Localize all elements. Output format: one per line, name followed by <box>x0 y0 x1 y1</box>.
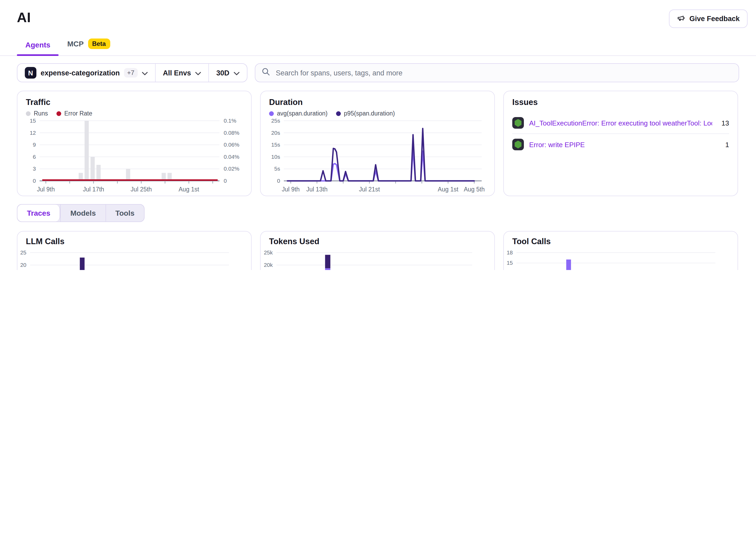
tab-models[interactable]: Models <box>61 204 105 221</box>
env-filter-dropdown[interactable]: All Envs <box>155 64 209 82</box>
svg-text:0: 0 <box>224 178 227 184</box>
svg-text:25: 25 <box>20 249 26 255</box>
svg-text:0: 0 <box>33 178 36 184</box>
svg-text:Jul 17th: Jul 17th <box>83 186 104 193</box>
svg-text:18: 18 <box>507 249 513 255</box>
error-rate-dot-icon <box>57 111 61 116</box>
svg-text:Aug 5th: Aug 5th <box>464 186 485 193</box>
tool-calls-title: Tool Calls <box>504 237 737 246</box>
filter-group: N expense-categorization +7 All Envs 30D <box>17 63 247 82</box>
svg-text:20: 20 <box>20 262 26 268</box>
svg-text:15: 15 <box>507 260 513 266</box>
duration-title: Duration <box>269 97 486 107</box>
legend-p95-duration: p95(span.duration) <box>336 110 395 116</box>
svg-text:12: 12 <box>30 130 36 136</box>
give-feedback-label: Give Feedback <box>689 15 740 23</box>
search-icon <box>262 68 270 78</box>
issue-gem-icon <box>512 139 524 150</box>
llm-calls-title: LLM Calls <box>17 237 251 246</box>
chevron-down-icon <box>195 69 201 77</box>
svg-text:Aug 1st: Aug 1st <box>179 186 200 193</box>
tab-mcp-label: MCP <box>67 40 83 48</box>
svg-text:25s: 25s <box>271 118 280 124</box>
page-title: AI <box>17 10 31 26</box>
issues-title: Issues <box>512 97 729 107</box>
svg-text:5s: 5s <box>274 166 280 172</box>
issue-row[interactable]: Error: write EPIPE 1 <box>512 133 729 155</box>
tab-agents-label: Agents <box>25 41 50 49</box>
project-filter-label: expense-categorization <box>41 69 120 77</box>
search-input[interactable] <box>275 68 732 77</box>
traffic-legend: Runs Error Rate <box>26 110 243 116</box>
duration-chart: 05s10s15s20s25sJul 9thJul 13thJul 21stAu… <box>269 118 487 195</box>
tab-mcp[interactable]: MCP Beta <box>59 35 118 56</box>
issue-row[interactable]: AI_ToolExecutionError: Error executing t… <box>512 112 729 133</box>
duration-card: Duration avg(span.duration) p95(span.dur… <box>260 91 495 196</box>
tokens-used-chart: 05k10k15k20k25kJul 9thJul 13thJul 21stAu… <box>261 249 479 270</box>
issues-card: Issues AI_ToolExecutionError: Error exec… <box>503 91 738 196</box>
issue-count: 1 <box>725 141 729 148</box>
runs-dot-icon <box>26 111 31 116</box>
legend-error-rate: Error Rate <box>57 110 92 116</box>
overview-cards: Traffic Runs Error Rate 0030.02%60.04%90… <box>0 91 756 196</box>
issue-count: 13 <box>721 119 729 127</box>
project-logo-icon: N <box>25 67 36 78</box>
llm-calls-card: LLM Calls 0510152025Jul 9thJul 13thJul 2… <box>17 231 252 270</box>
top-bar: AI Give Feedback <box>0 0 756 28</box>
project-extra-badge: +7 <box>124 68 137 77</box>
avg-dot-icon <box>269 111 274 116</box>
tokens-used-card: Tokens Used 05k10k15k20k25kJul 9thJul 13… <box>260 231 495 270</box>
beta-badge: Beta <box>88 39 110 49</box>
svg-text:Jul 9th: Jul 9th <box>37 186 55 193</box>
svg-text:10s: 10s <box>271 154 280 160</box>
traffic-card: Traffic Runs Error Rate 0030.02%60.04%90… <box>17 91 252 196</box>
duration-legend: avg(span.duration) p95(span.duration) <box>269 110 486 116</box>
svg-text:0.1%: 0.1% <box>224 118 236 124</box>
project-filter-dropdown[interactable]: N expense-categorization +7 <box>17 64 155 82</box>
svg-text:Jul 13th: Jul 13th <box>306 186 328 193</box>
ai-dashboard-page: AI Give Feedback Agents MCP Beta N expen… <box>0 0 756 270</box>
issue-link[interactable]: Error: write EPIPE <box>529 141 716 148</box>
time-range-label: 30D <box>216 69 229 77</box>
svg-text:Jul 21st: Jul 21st <box>359 186 380 193</box>
megaphone-icon <box>677 14 685 24</box>
tab-traces[interactable]: Traces <box>17 204 61 221</box>
traffic-title: Traffic <box>26 97 243 107</box>
env-filter-label: All Envs <box>163 69 191 77</box>
svg-text:Aug 1st: Aug 1st <box>438 186 459 193</box>
svg-text:6: 6 <box>33 154 36 160</box>
section-tabs: Traces Models Tools <box>17 204 145 222</box>
chevron-down-icon <box>142 69 147 77</box>
traffic-chart: 0030.02%60.04%90.06%120.08%150.1%Jul 9th… <box>26 118 244 195</box>
tab-tools[interactable]: Tools <box>105 204 144 221</box>
svg-text:Jul 9th: Jul 9th <box>282 186 300 193</box>
llm-calls-chart: 0510152025Jul 9thJul 13thJul 21stAug 1st… <box>17 249 235 270</box>
usage-cards: LLM Calls 0510152025Jul 9thJul 13thJul 2… <box>0 231 756 270</box>
filter-row: N expense-categorization +7 All Envs 30D <box>0 63 756 82</box>
svg-text:Jul 25th: Jul 25th <box>131 186 152 193</box>
svg-text:25k: 25k <box>264 249 273 255</box>
svg-text:15s: 15s <box>271 142 280 148</box>
issue-link[interactable]: AI_ToolExecutionError: Error executing t… <box>529 119 712 127</box>
tab-agents[interactable]: Agents <box>17 38 59 56</box>
legend-runs: Runs <box>26 110 48 116</box>
search-box <box>255 63 739 82</box>
legend-avg-duration: avg(span.duration) <box>269 110 328 116</box>
tokens-used-title: Tokens Used <box>261 237 494 246</box>
svg-text:0.02%: 0.02% <box>224 166 239 172</box>
svg-text:0.06%: 0.06% <box>224 142 239 148</box>
tool-calls-card: Tool Calls 0369121518Jul 9thJul 13thJul … <box>503 231 738 270</box>
svg-text:20s: 20s <box>271 130 280 136</box>
svg-text:0.04%: 0.04% <box>224 154 239 160</box>
svg-text:9: 9 <box>33 142 36 148</box>
svg-text:0: 0 <box>277 178 280 184</box>
svg-text:15: 15 <box>30 118 36 124</box>
svg-text:0.08%: 0.08% <box>224 130 239 136</box>
issues-list: AI_ToolExecutionError: Error executing t… <box>512 112 729 155</box>
svg-text:3: 3 <box>33 166 36 172</box>
top-tabs: Agents MCP Beta <box>0 35 756 56</box>
issue-gem-icon <box>512 117 524 129</box>
time-range-dropdown[interactable]: 30D <box>209 64 247 82</box>
svg-text:20k: 20k <box>264 262 273 268</box>
give-feedback-button[interactable]: Give Feedback <box>669 10 748 28</box>
